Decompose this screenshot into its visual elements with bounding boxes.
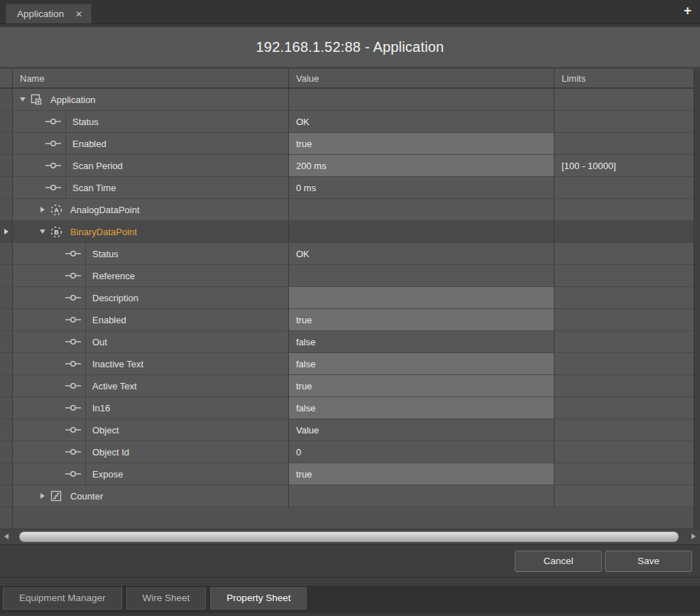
row-gutter[interactable] [0, 199, 13, 221]
row-value-field[interactable]: 200 ms [288, 155, 554, 177]
row-gutter[interactable] [0, 331, 13, 353]
row-gutter[interactable] [0, 133, 13, 155]
row-name-cell: Active Text [13, 375, 288, 397]
row-gutter[interactable] [0, 463, 13, 485]
column-header-name[interactable]: Name [13, 69, 288, 88]
collapse-arrow-icon[interactable] [17, 97, 28, 102]
save-button[interactable]: Save [605, 551, 692, 572]
row-value-cell [288, 485, 554, 507]
row-gutter[interactable] [0, 221, 13, 243]
row-gutter[interactable] [0, 287, 13, 309]
table-row[interactable]: Application [0, 89, 700, 111]
row-limits-cell [554, 265, 700, 287]
view-tab-label: Property Sheet [226, 593, 290, 603]
property-icon [64, 426, 82, 433]
view-tab-equipment-manager[interactable]: Equipment Manager [3, 587, 122, 610]
tab-application[interactable]: Application ✕ [6, 4, 92, 23]
table-row[interactable]: Enabledtrue [0, 133, 700, 155]
row-limits-cell [554, 441, 700, 463]
tree-indent [13, 397, 64, 418]
row-gutter[interactable] [0, 243, 13, 265]
row-value-cell [288, 89, 554, 111]
column-header-value[interactable]: Value [288, 69, 554, 88]
table-row[interactable]: ObjectValue [0, 419, 700, 441]
table-row[interactable]: Outfalse [0, 331, 700, 353]
row-name-label: Active Text [92, 381, 137, 391]
tree-indent [13, 243, 64, 264]
scroll-left-arrow-icon[interactable] [4, 534, 9, 539]
table-row[interactable]: BBinaryDataPoint [0, 221, 700, 243]
vertical-scrollbar[interactable] [694, 69, 700, 530]
property-icon [64, 294, 82, 301]
table-row[interactable]: Object Id0 [0, 441, 700, 463]
table-row[interactable]: Counter [0, 485, 700, 507]
table-row[interactable]: Inactive Textfalse [0, 353, 700, 375]
name-cell-divider [85, 265, 86, 286]
close-icon[interactable]: ✕ [75, 9, 82, 19]
property-icon [44, 118, 62, 125]
row-limits-cell [554, 89, 700, 111]
table-row[interactable]: AAnalogDataPoint [0, 199, 700, 221]
row-gutter[interactable] [0, 375, 13, 397]
expand-arrow-icon[interactable] [37, 207, 48, 212]
tree-indent [13, 133, 44, 154]
row-gutter[interactable] [0, 155, 13, 177]
horizontal-scrollbar[interactable] [0, 529, 700, 545]
row-gutter[interactable] [0, 177, 13, 199]
scroll-right-arrow-icon[interactable] [691, 534, 696, 539]
row-gutter[interactable] [0, 397, 13, 419]
table-row[interactable]: StatusOK [0, 111, 700, 133]
table-row[interactable]: Enabledtrue [0, 309, 700, 331]
table-row[interactable]: Scan Time0 ms [0, 177, 700, 199]
row-name-cell: Description [13, 287, 288, 309]
row-gutter[interactable] [0, 265, 13, 287]
row-value-field[interactable] [288, 287, 554, 309]
table-row[interactable]: In16false [0, 397, 700, 419]
row-value-field[interactable]: true [288, 309, 554, 331]
table-body: ApplicationStatusOKEnabledtrueScan Perio… [0, 89, 700, 507]
title-bar: 192.168.1.52:88 - Application [0, 27, 700, 69]
row-gutter[interactable] [0, 111, 13, 133]
row-gutter[interactable] [0, 485, 13, 507]
table-row[interactable]: Description [0, 287, 700, 309]
row-value-field[interactable]: true [288, 375, 554, 397]
table-row[interactable]: StatusOK [0, 243, 700, 265]
row-value-cell: OK [288, 111, 554, 133]
binary-data-point-icon: B [48, 225, 64, 239]
svg-text:B: B [54, 229, 59, 236]
row-name-label: Status [92, 249, 119, 259]
row-gutter[interactable] [0, 353, 13, 375]
row-gutter[interactable] [0, 419, 13, 441]
row-value-field[interactable]: false [288, 397, 554, 419]
row-name-label: Object Id [92, 447, 129, 458]
row-gutter[interactable] [0, 89, 13, 111]
column-header-limits[interactable]: Limits [554, 69, 700, 88]
tree-indent [13, 155, 44, 176]
name-cell-divider [85, 287, 86, 308]
tree-indent [13, 111, 44, 132]
row-value-field[interactable]: false [288, 353, 554, 375]
table-row[interactable]: Scan Period200 ms[100 - 10000] [0, 155, 700, 177]
row-gutter[interactable] [0, 309, 13, 331]
table-row[interactable]: Active Texttrue [0, 375, 700, 397]
row-value-field[interactable]: true [288, 133, 554, 155]
name-cell-divider [85, 353, 86, 374]
tree-indent [13, 353, 64, 374]
add-tab-button[interactable]: + [684, 4, 691, 17]
row-limits-cell [554, 309, 700, 331]
row-value-field[interactable]: true [288, 463, 554, 485]
row-gutter[interactable] [0, 441, 13, 463]
row-name-cell: Object [13, 419, 288, 441]
expand-arrow-icon[interactable] [37, 493, 48, 499]
horizontal-scrollbar-thumb[interactable] [19, 531, 679, 542]
view-tab-property-sheet[interactable]: Property Sheet [210, 587, 307, 610]
table-row[interactable]: Reference [0, 265, 700, 287]
table-row[interactable]: Exposetrue [0, 463, 700, 485]
tree-indent [13, 441, 64, 463]
tree-indent [13, 199, 37, 220]
view-tab-wire-sheet[interactable]: Wire Sheet [126, 587, 207, 610]
cancel-button[interactable]: Cancel [515, 551, 602, 572]
row-limits-cell [554, 243, 700, 265]
row-name-cell: Scan Time [13, 177, 288, 199]
collapse-arrow-icon[interactable] [37, 229, 48, 234]
